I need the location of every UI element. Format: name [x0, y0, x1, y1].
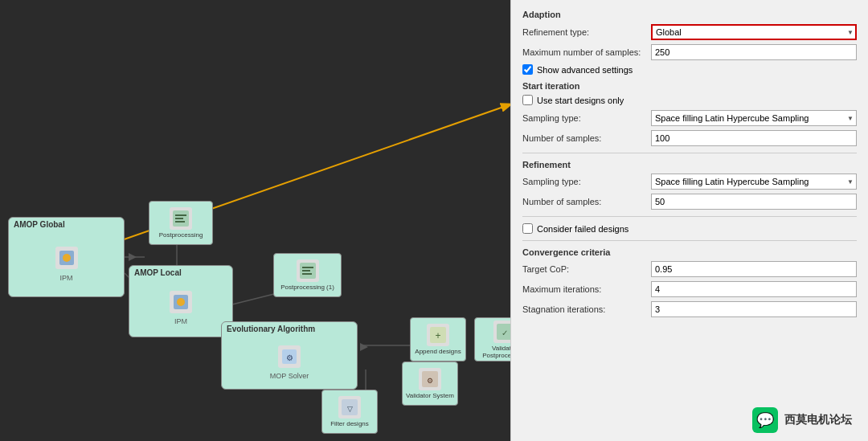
num-samples-start-input[interactable]	[651, 130, 857, 146]
start-iteration-title: Start iteration	[522, 81, 857, 91]
num-samples-start-label: Number of samples:	[522, 133, 651, 143]
num-samples-ref-row: Number of samples:	[522, 194, 857, 210]
use-start-designs-label: Use start designs only	[537, 96, 624, 105]
postprocessing-icon-2	[297, 259, 319, 282]
refinement-type-label: Refinement type:	[522, 27, 651, 37]
validator-system-node[interactable]: ⚙ Validator System	[402, 361, 458, 406]
append-designs-node[interactable]: + Append designs	[410, 317, 466, 361]
consider-failed-row: Consider failed designs	[522, 223, 857, 234]
target-cop-label: Target CoP:	[522, 264, 651, 274]
sampling-type-start-select-wrapper[interactable]: Space filling Latin Hypercube Sampling	[651, 110, 857, 126]
append-designs-icon: +	[427, 324, 449, 346]
postprocessing-label-1: Postprocessing	[159, 231, 203, 239]
divider-1	[522, 153, 857, 153]
evolutionary-icon: ⚙	[278, 345, 301, 368]
svg-rect-17	[175, 214, 186, 216]
evolutionary-sub: MOP Solver	[270, 372, 309, 380]
amop-local-node[interactable]: AMOP Local IPM	[129, 265, 233, 337]
sampling-type-start-select[interactable]: Space filling Latin Hypercube Sampling	[651, 110, 857, 126]
svg-rect-24	[302, 270, 310, 272]
validator-system-label: Validator System	[406, 392, 454, 399]
postprocessing-node-2[interactable]: Postprocessing (1)	[273, 253, 342, 297]
show-advanced-checkbox[interactable]	[522, 64, 533, 75]
wechat-icon: 💬	[752, 407, 778, 433]
evolutionary-title: Evolutionary Algorithm	[222, 322, 320, 336]
svg-point-15	[63, 254, 71, 262]
svg-text:▽: ▽	[347, 405, 353, 413]
amop-local-sub: IPM	[174, 317, 187, 325]
use-start-designs-checkbox[interactable]	[522, 95, 533, 105]
postprocessing-icon-1	[170, 207, 192, 230]
watermark: 💬 西莫电机论坛	[752, 407, 852, 433]
consider-failed-checkbox[interactable]	[522, 223, 533, 234]
sampling-type-start-row: Sampling type: Space filling Latin Hyper…	[522, 110, 857, 126]
max-samples-row: Maximum number of samples:	[522, 44, 857, 60]
filter-designs-node[interactable]: ▽ Filter designs	[321, 390, 378, 434]
target-cop-row: Target CoP:	[522, 261, 857, 277]
target-cop-input[interactable]	[651, 261, 857, 277]
max-iterations-row: Maximum iterations:	[522, 281, 857, 297]
use-start-designs-row: Use start designs only	[522, 95, 857, 105]
num-samples-ref-input[interactable]	[651, 194, 857, 210]
svg-rect-23	[302, 267, 313, 268]
svg-marker-13	[360, 343, 368, 351]
refinement-type-select-wrapper[interactable]: Global	[651, 24, 857, 40]
show-advanced-label: Show advanced settings	[537, 65, 633, 75]
convergence-title: Convergence criteria	[522, 247, 857, 257]
max-samples-input[interactable]	[651, 44, 857, 60]
svg-rect-19	[175, 221, 185, 223]
watermark-text: 西莫电机论坛	[784, 413, 852, 427]
stagnation-label: Stagnation iterations:	[522, 304, 651, 314]
num-samples-start-row: Number of samples:	[522, 130, 857, 146]
svg-rect-25	[302, 273, 312, 275]
refinement-type-select[interactable]: Global	[651, 24, 857, 40]
sampling-type-ref-select[interactable]: Space filling Latin Hypercube Sampling	[651, 174, 857, 190]
show-advanced-row: Show advanced settings	[522, 64, 857, 75]
max-iterations-input[interactable]	[651, 281, 857, 297]
postprocessing-label-2: Postprocessing (1)	[280, 284, 334, 291]
max-samples-label: Maximum number of samples:	[522, 47, 651, 57]
amop-global-icon	[55, 247, 78, 269]
svg-text:⚙: ⚙	[285, 353, 293, 362]
validator-system-icon: ⚙	[419, 368, 441, 390]
workflow-canvas: AMOP Global IPM	[0, 0, 514, 441]
evolutionary-algorithm-node[interactable]: Evolutionary Algorithm ⚙ MOP Solver	[221, 321, 358, 390]
filter-designs-label: Filter designs	[330, 420, 369, 427]
sampling-type-ref-select-wrapper[interactable]: Space filling Latin Hypercube Sampling	[651, 174, 857, 190]
divider-3	[522, 240, 857, 241]
postprocessing-node-1[interactable]: Postprocessing	[149, 201, 213, 245]
main-area: AMOP Global IPM	[0, 0, 868, 441]
sampling-type-start-label: Sampling type:	[522, 113, 651, 123]
max-iterations-label: Maximum iterations:	[522, 284, 651, 294]
svg-text:⚙: ⚙	[427, 377, 433, 385]
svg-marker-11	[129, 253, 137, 261]
consider-failed-label: Consider failed designs	[537, 224, 628, 234]
settings-panel: Adaption Refinement type: Global Maximum…	[510, 0, 868, 441]
refinement-title: Refinement	[522, 160, 857, 169]
stagnation-input[interactable]	[651, 301, 857, 317]
amop-global-sub: IPM	[59, 274, 72, 282]
amop-local-title: AMOP Local	[129, 266, 186, 280]
adaption-section-title: Adaption	[522, 10, 857, 19]
sampling-type-ref-label: Sampling type:	[522, 177, 651, 186]
svg-text:✓: ✓	[502, 329, 508, 337]
num-samples-ref-label: Number of samples:	[522, 197, 651, 206]
filter-designs-icon: ▽	[338, 396, 361, 419]
append-designs-label: Append designs	[415, 348, 461, 355]
stagnation-row: Stagnation iterations:	[522, 301, 857, 317]
divider-2	[522, 216, 857, 217]
svg-point-21	[177, 298, 185, 306]
svg-rect-18	[175, 218, 183, 219]
amop-global-title: AMOP Global	[9, 218, 70, 231]
sampling-type-ref-row: Sampling type: Space filling Latin Hyper…	[522, 174, 857, 190]
svg-text:+: +	[435, 330, 440, 341]
amop-global-node[interactable]: AMOP Global IPM	[8, 217, 125, 297]
amop-local-icon	[170, 291, 192, 313]
refinement-type-row: Refinement type: Global	[522, 24, 857, 40]
